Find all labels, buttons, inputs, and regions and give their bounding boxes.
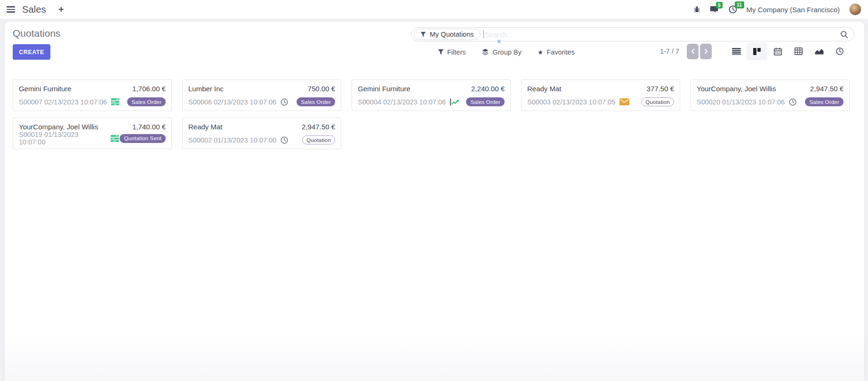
view-calendar-button[interactable] <box>767 42 788 60</box>
filter-bar: Filters Group By ★ Favorites <box>438 44 575 60</box>
filters-button[interactable]: Filters <box>438 48 466 56</box>
activities-clock-icon[interactable]: 11 <box>729 5 737 14</box>
card-amount: 2,947.50 € <box>810 85 844 93</box>
page-background: Quotations My Quotations × CREATE Filter… <box>0 22 868 381</box>
filter-funnel-icon <box>420 32 426 37</box>
hamburger-menu-icon[interactable] <box>6 4 16 15</box>
card-reference: S00007 02/13/2023 10:07:06 <box>19 98 107 106</box>
group-by-label: Group By <box>492 48 521 56</box>
top-navbar: Sales + 5 11 <box>0 0 868 19</box>
filters-label: Filters <box>447 48 466 56</box>
facet-remove-icon[interactable]: × <box>497 38 501 45</box>
status-badge: Sales Order <box>466 97 505 106</box>
kanban-view-icon <box>753 48 761 55</box>
pager-value[interactable]: 1-7 / 7 <box>660 48 679 55</box>
status-badge: Sales Order <box>805 97 844 106</box>
view-activity-button[interactable] <box>829 42 850 60</box>
card-customer: Lumber Inc <box>188 85 224 93</box>
status-badge: Sales Order <box>127 97 166 106</box>
card-customer: YourCompany, Joel Willis <box>19 123 98 131</box>
group-by-button[interactable]: Group By <box>482 48 521 56</box>
card-amount: 1,740.00 € <box>132 123 166 131</box>
kanban-card[interactable]: Ready Mat 2,947.50 € S00002 01/13/2023 1… <box>182 118 341 149</box>
card-reference: S00020 01/13/2023 10:07:06 <box>697 98 785 106</box>
kanban-card[interactable]: Ready Mat 377.50 € S00003 02/13/2023 10:… <box>521 79 680 111</box>
kanban-card[interactable]: Gemini Furniture 2,240.00 € S00004 02/13… <box>352 79 511 111</box>
card-amount: 2,947.50 € <box>302 123 335 131</box>
view-list-button[interactable] <box>726 42 747 60</box>
pivot-view-icon <box>795 48 803 55</box>
search-icon[interactable] <box>840 31 848 39</box>
card-amount: 1,706.00 € <box>132 85 166 93</box>
card-reference: S00019 01/13/2023 10:07:00 <box>19 131 106 146</box>
debug-bug-icon[interactable] <box>693 6 700 13</box>
activities-count-badge: 11 <box>735 1 744 8</box>
search-bar[interactable]: My Quotations × <box>411 27 854 41</box>
pager-next-button[interactable] <box>700 44 712 59</box>
messages-icon[interactable]: 5 <box>710 6 719 14</box>
star-icon: ★ <box>538 49 544 56</box>
content-panel: Quotations My Quotations × CREATE Filter… <box>5 22 864 381</box>
messages-count-badge: 5 <box>716 2 723 9</box>
pager-and-views: 1-7 / 7 <box>660 42 850 60</box>
graph-view-icon <box>815 48 824 55</box>
card-amount: 377.50 € <box>647 85 674 93</box>
card-reference: S00006 02/13/2023 10:07:06 <box>188 98 276 106</box>
view-kanban-button[interactable] <box>747 42 767 60</box>
user-avatar[interactable] <box>849 3 861 16</box>
card-reference: S00002 01/13/2023 10:07:00 <box>188 136 276 144</box>
search-input[interactable] <box>484 31 841 39</box>
search-facet-label: My Quotations <box>430 31 474 38</box>
activity-view-icon <box>836 48 844 55</box>
kanban-card[interactable]: YourCompany, Joel Willis 1,740.00 € S000… <box>13 118 172 149</box>
card-customer: Gemini Furniture <box>358 85 410 93</box>
kanban-card[interactable]: Gemini Furniture 1,706.00 € S00007 02/13… <box>13 79 172 111</box>
card-amount: 750.00 € <box>308 85 335 93</box>
status-badge: Quotation <box>302 135 335 144</box>
status-badge: Quotation Sent <box>120 134 166 143</box>
filters-funnel-icon <box>438 49 444 55</box>
list-view-icon <box>732 48 741 55</box>
favorites-label: Favorites <box>547 48 575 56</box>
app-name[interactable]: Sales <box>22 4 46 15</box>
card-reference: S00004 02/13/2023 10:07:06 <box>358 98 446 106</box>
card-reference: S00003 02/13/2023 10:07:05 <box>527 98 615 106</box>
kanban-card[interactable]: Lumber Inc 750.00 € S00006 02/13/2023 10… <box>182 79 341 111</box>
view-switcher <box>726 42 850 60</box>
search-facet[interactable]: My Quotations <box>414 29 481 40</box>
view-graph-button[interactable] <box>809 42 829 60</box>
kanban-view: Gemini Furniture 1,706.00 € S00007 02/13… <box>13 79 856 149</box>
activity-clock-icon[interactable] <box>281 136 288 144</box>
kanban-card[interactable]: YourCompany, Joel Willis 2,947.50 € S000… <box>691 79 850 111</box>
create-button[interactable]: CREATE <box>13 44 50 60</box>
card-customer: Ready Mat <box>527 85 562 93</box>
activity-clock-icon[interactable] <box>281 98 288 106</box>
activity-notes-icon[interactable] <box>111 135 120 142</box>
status-badge: Quotation <box>641 97 674 106</box>
company-switcher[interactable]: My Company (San Francisco) <box>747 6 840 14</box>
plus-icon[interactable]: + <box>58 5 64 14</box>
card-amount: 2,240.00 € <box>471 85 505 93</box>
calendar-view-icon <box>774 48 782 56</box>
favorites-button[interactable]: ★ Favorites <box>538 48 575 56</box>
activity-notes-icon[interactable] <box>111 98 120 105</box>
layers-icon <box>482 48 489 56</box>
pager-previous-button[interactable] <box>687 44 699 59</box>
card-customer: Gemini Furniture <box>19 85 72 93</box>
activity-clock-icon[interactable] <box>789 98 796 106</box>
activity-email-icon[interactable] <box>619 98 629 105</box>
activity-upsell-chart-icon[interactable] <box>450 98 460 106</box>
card-customer: YourCompany, Joel Willis <box>697 85 776 93</box>
card-customer: Ready Mat <box>188 123 223 131</box>
status-badge: Sales Order <box>297 97 335 106</box>
view-pivot-button[interactable] <box>788 42 809 60</box>
page-title: Quotations <box>13 28 61 39</box>
